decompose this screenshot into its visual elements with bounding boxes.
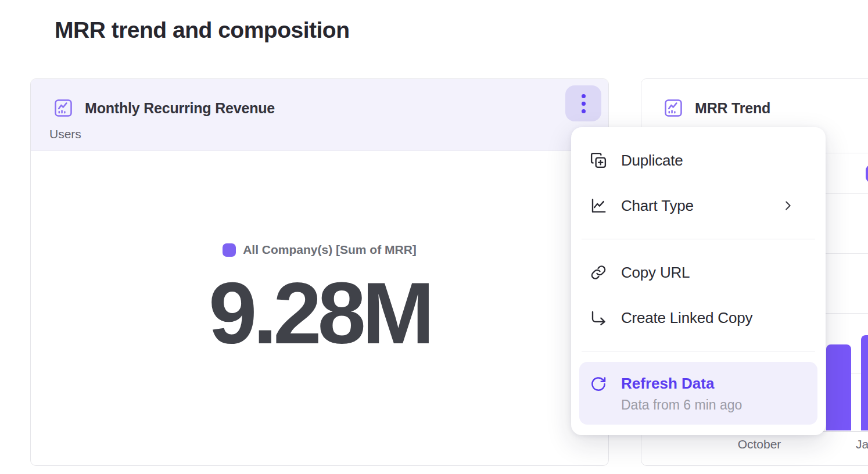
menu-item-refresh-data[interactable]: Refresh Data Data from 6 min ago	[579, 362, 817, 425]
combo-chart-icon	[663, 98, 684, 119]
menu-item-label: Duplicate	[621, 152, 683, 170]
x-tick-label: October	[731, 437, 787, 451]
trend-legend-swatch	[866, 165, 868, 182]
kebab-menu-icon	[582, 94, 586, 113]
card-options-button[interactable]	[565, 85, 601, 121]
big-number-body: All Company(s) [Sum of MRR] 9.28M	[31, 152, 608, 465]
refresh-status-text: Data from 6 min ago	[621, 397, 807, 413]
legend-swatch	[223, 243, 236, 257]
menu-divider	[582, 351, 815, 351]
combo-chart-icon	[53, 98, 74, 119]
chevron-right-icon	[781, 199, 794, 212]
dashboard-page: MRR trend and composition Monthly Recurr…	[0, 0, 868, 474]
menu-item-duplicate[interactable]: Duplicate	[579, 138, 817, 183]
mrr-big-number-card: Monthly Recurring Revenue Users All Comp…	[30, 78, 609, 466]
trend-card-title-row: MRR Trend	[663, 98, 770, 119]
legend: All Company(s) [Sum of MRR]	[223, 243, 417, 257]
mrr-card-header: Monthly Recurring Revenue Users	[31, 79, 608, 151]
bar	[861, 335, 868, 430]
legend-label: All Company(s) [Sum of MRR]	[243, 243, 417, 257]
card-title: MRR Trend	[695, 100, 770, 117]
menu-item-create-linked-copy[interactable]: Create Linked Copy	[579, 295, 817, 340]
metric-value: 9.28M	[209, 270, 431, 357]
link-icon	[590, 264, 607, 281]
menu-item-chart-type[interactable]: Chart Type	[579, 183, 817, 228]
menu-item-label: Refresh Data	[621, 375, 807, 393]
menu-item-label: Chart Type	[621, 197, 694, 215]
refresh-icon	[590, 375, 607, 393]
mrr-card-title-row: Monthly Recurring Revenue	[53, 98, 275, 119]
bar	[826, 344, 851, 430]
page-title: MRR trend and composition	[55, 17, 350, 43]
menu-item-copy-url[interactable]: Copy URL	[579, 250, 817, 295]
x-tick-label: Ja	[856, 437, 868, 451]
menu-item-label: Create Linked Copy	[621, 309, 752, 327]
duplicate-icon	[590, 152, 607, 169]
card-subtitle: Users	[49, 127, 81, 141]
card-context-menu: Duplicate Chart Type	[571, 127, 826, 435]
card-title: Monthly Recurring Revenue	[85, 100, 275, 117]
menu-item-label: Copy URL	[621, 264, 690, 282]
corner-arrow-right-icon	[590, 309, 607, 326]
menu-divider	[582, 239, 815, 239]
chart-type-icon	[590, 197, 607, 214]
